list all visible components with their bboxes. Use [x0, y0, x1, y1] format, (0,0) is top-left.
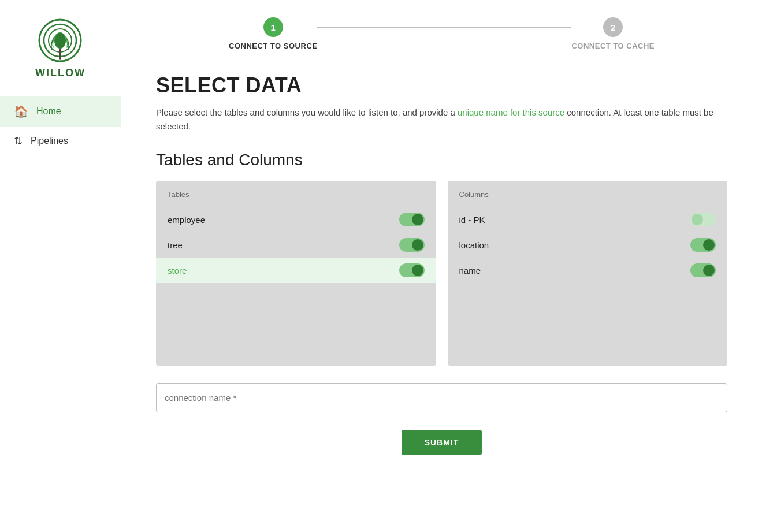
page-description: Please select the tables and columns you… [156, 106, 727, 133]
toggle-name[interactable] [690, 263, 716, 277]
table-name-tree: tree [168, 240, 183, 250]
sidebar-item-home-label: Home [36, 106, 61, 117]
toggle-slider-location [690, 238, 716, 252]
column-row-location: location [459, 232, 716, 258]
tables-panel-label: Tables [168, 190, 425, 199]
app-name: WILLOW [35, 67, 86, 79]
toggle-tree[interactable] [399, 238, 425, 252]
pipelines-icon: ⇅ [14, 135, 23, 147]
column-name-id: id - PK [459, 215, 485, 225]
table-row-store: store [156, 258, 436, 283]
step-2-label: CONNECT TO CACHE [571, 42, 655, 50]
toggle-id[interactable] [690, 213, 716, 226]
step-connector-line [317, 27, 571, 28]
step-connect-source: 1 CONNECT TO SOURCE [229, 17, 317, 50]
panels-container: Tables employee tree store [156, 181, 727, 366]
willow-logo-icon [37, 17, 83, 64]
sidebar-item-pipelines[interactable]: ⇅ Pipelines [0, 127, 121, 155]
step-1-label: CONNECT TO SOURCE [229, 42, 317, 50]
description-highlight: unique name for this source [458, 107, 564, 117]
toggle-slider-tree [399, 238, 425, 252]
home-icon: 🏠 [14, 105, 28, 118]
column-name-location: location [459, 240, 489, 250]
columns-panel: Columns id - PK location name [448, 181, 728, 366]
stepper: 1 CONNECT TO SOURCE 2 CONNECT TO CACHE [156, 0, 727, 62]
table-row-tree: tree [168, 232, 425, 258]
toggle-employee[interactable] [399, 213, 425, 226]
column-name-name: name [459, 266, 481, 276]
main-content: 1 CONNECT TO SOURCE 2 CONNECT TO CACHE S… [121, 0, 762, 532]
sidebar-nav: 🏠 Home ⇅ Pipelines [0, 96, 121, 155]
table-name-employee: employee [168, 215, 205, 225]
submit-row: SUBMIT [156, 430, 727, 455]
toggle-slider-employee [399, 213, 425, 226]
sidebar-item-pipelines-label: Pipelines [31, 136, 68, 146]
section-title: Tables and Columns [156, 151, 727, 169]
connection-name-input[interactable] [156, 383, 727, 412]
step-2-circle: 2 [603, 17, 623, 37]
toggle-location[interactable] [690, 238, 716, 252]
tables-panel: Tables employee tree store [156, 181, 436, 366]
sidebar: WILLOW 🏠 Home ⇅ Pipelines [0, 0, 121, 532]
column-row-name: name [459, 258, 716, 283]
column-row-id: id - PK [459, 207, 716, 232]
table-row-employee: employee [168, 207, 425, 232]
sidebar-item-home[interactable]: 🏠 Home [0, 96, 121, 127]
toggle-store[interactable] [399, 263, 425, 277]
toggle-slider-id [690, 213, 716, 226]
step-1-circle: 1 [263, 17, 283, 37]
description-text-1: Please select the tables and columns you… [156, 107, 458, 117]
submit-button[interactable]: SUBMIT [402, 430, 482, 455]
page-title: SELECT DATA [156, 73, 727, 98]
step-connect-cache: 2 CONNECT TO CACHE [571, 17, 655, 50]
logo: WILLOW [35, 17, 86, 79]
table-name-store: store [168, 266, 187, 276]
toggle-slider-name [690, 263, 716, 277]
toggle-slider-store [399, 263, 425, 277]
columns-panel-label: Columns [459, 190, 716, 199]
